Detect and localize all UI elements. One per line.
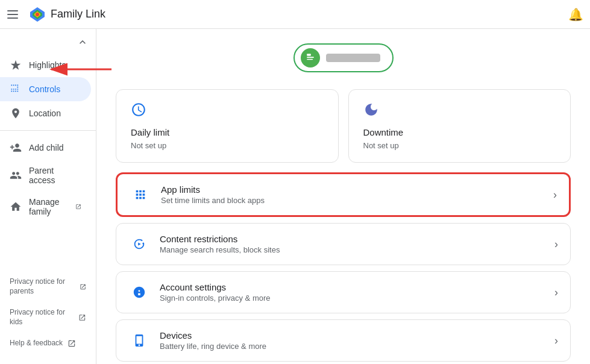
external-link-icon (75, 202, 81, 211)
account-settings-title: Account settings (160, 282, 554, 292)
app-logo (29, 6, 46, 23)
sidebar-item-parent-access[interactable]: Parent access (0, 160, 91, 191)
controls-icon (10, 83, 22, 95)
daily-limit-subtitle: Not set up (131, 141, 324, 150)
sidebar-item-parent-access-label: Parent access (29, 166, 81, 185)
external-link-icon-3 (67, 339, 76, 348)
external-link-icon-1 (80, 283, 86, 291)
sidebar-footer-help[interactable]: Help & feedback (0, 333, 96, 354)
downtime-icon (363, 102, 556, 121)
sidebar-item-location[interactable]: Location (0, 101, 91, 125)
devices-text: Devices Battery life, ring device & more (160, 330, 554, 351)
external-link-icon-2 (78, 313, 86, 322)
add-child-icon (10, 142, 22, 154)
location-icon (10, 107, 22, 119)
sidebar-item-manage-family[interactable]: Manage family (0, 191, 91, 222)
sidebar-collapse-button[interactable] (0, 34, 96, 53)
content-restrictions-text: Content restrictions Manage search resul… (160, 234, 554, 254)
devices-subtitle: Battery life, ring device & more (160, 342, 554, 351)
daily-limit-card[interactable]: Daily limit Not set up (116, 89, 339, 163)
sidebar-item-controls-label: Controls (29, 84, 60, 94)
sidebar-item-add-child[interactable]: Add child (0, 136, 91, 160)
hamburger-menu[interactable] (7, 7, 22, 22)
help-label: Help & feedback (10, 339, 63, 348)
downtime-title: Downtime (363, 127, 556, 137)
sidebar-item-highlights[interactable]: Highlights (0, 53, 91, 77)
sidebar-footer-privacy-kids[interactable]: Privacy notice for kids (0, 302, 96, 333)
privacy-parents-label: Privacy notice for parents (10, 277, 75, 296)
content-restrictions-subtitle: Manage search results, block sites (160, 245, 554, 254)
daily-limit-icon (131, 102, 324, 121)
svg-point-3 (36, 13, 39, 16)
cards-row: Daily limit Not set up Downtime Not set … (116, 89, 571, 163)
app-limits-icon (130, 184, 151, 206)
app-limits-chevron: › (553, 189, 557, 201)
content-restrictions-chevron: › (554, 238, 558, 251)
content-restrictions-icon (128, 233, 150, 255)
highlights-icon (10, 59, 22, 71)
sidebar-item-manage-family-label: Manage family (29, 197, 68, 216)
profile-pill-row (116, 43, 571, 72)
sidebar-item-location-label: Location (29, 108, 61, 118)
topbar: Family Link 🔔 (0, 0, 590, 29)
avatar (301, 48, 320, 67)
profile-name-placeholder (326, 54, 380, 62)
app-title: Family Link (51, 8, 568, 20)
content-restrictions-title: Content restrictions (160, 234, 554, 244)
daily-limit-title: Daily limit (131, 127, 324, 137)
account-settings-icon (128, 281, 150, 303)
app-limits-title: App limits (161, 184, 553, 195)
sidebar-item-highlights-label: Highlights (29, 60, 66, 70)
sidebar-item-controls[interactable]: Controls (0, 77, 91, 101)
notifications-button[interactable]: 🔔 (568, 7, 583, 22)
devices-title: Devices (160, 330, 554, 340)
parent-access-icon (10, 169, 22, 181)
profile-pill[interactable] (293, 43, 394, 72)
main-layout: Highlights Controls Location (0, 29, 590, 364)
svg-rect-6 (307, 54, 311, 55)
manage-family-icon (10, 201, 22, 213)
devices-chevron: › (554, 334, 558, 347)
app-limits-subtitle: Set time limits and block apps (161, 196, 553, 205)
sidebar-item-add-child-label: Add child (29, 143, 64, 152)
sidebar-footer-privacy-parents[interactable]: Privacy notice for parents (0, 271, 96, 302)
downtime-card[interactable]: Downtime Not set up (348, 89, 571, 163)
svg-rect-8 (307, 59, 313, 60)
svg-rect-7 (307, 57, 314, 58)
account-settings-item[interactable]: Account settings Sign-in controls, priva… (116, 271, 571, 313)
content-restrictions-item[interactable]: Content restrictions Manage search resul… (116, 223, 571, 265)
account-settings-chevron: › (554, 286, 558, 299)
account-settings-subtitle: Sign-in controls, privacy & more (160, 293, 554, 303)
app-limits-item[interactable]: App limits Set time limits and block app… (116, 172, 571, 217)
sidebar-divider-1 (0, 130, 96, 131)
devices-item[interactable]: Devices Battery life, ring device & more… (116, 319, 571, 362)
main-content: Daily limit Not set up Downtime Not set … (96, 29, 590, 364)
sidebar-footer: Privacy notice for parents Privacy notic… (0, 266, 96, 359)
app-limits-text: App limits Set time limits and block app… (161, 184, 553, 205)
privacy-kids-label: Privacy notice for kids (10, 308, 74, 327)
downtime-subtitle: Not set up (363, 141, 556, 150)
account-settings-text: Account settings Sign-in controls, priva… (160, 282, 554, 303)
sidebar: Highlights Controls Location (0, 29, 96, 364)
devices-icon (128, 330, 150, 351)
